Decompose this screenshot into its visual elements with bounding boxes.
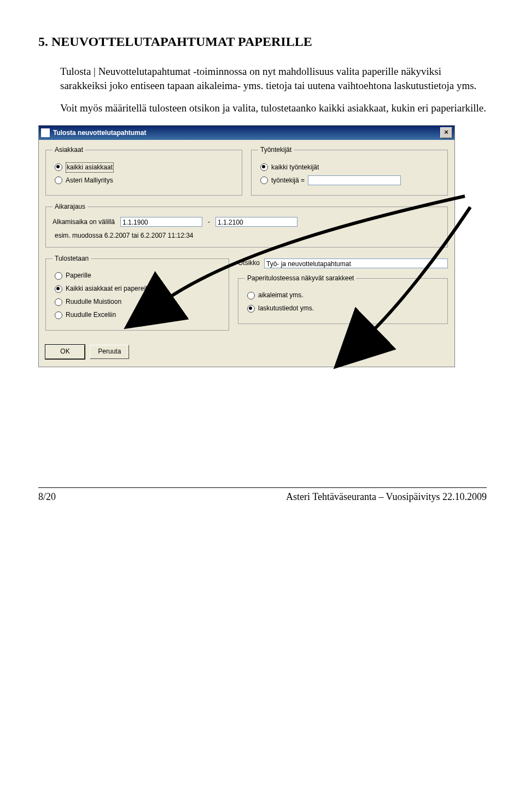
title-bar[interactable]: Tulosta neuvottelutapahtumat × [39, 126, 454, 140]
group-tulostetaan: Tulostetaan Paperille Kaikki asiakkaat e… [45, 254, 229, 331]
legend-tyontekijat: Työntekijät [258, 145, 294, 155]
group-tyontekijat: Työntekijät kaikki työntekijät työntekij… [251, 145, 448, 196]
group-sarakkeet: Paperitulosteessa näkyvät sarakkeet aika… [238, 274, 448, 324]
legend-aika: Aikarajaus [52, 202, 88, 211]
radio-icon [260, 176, 268, 184]
radio-label: Asteri Malliyritys [66, 176, 113, 185]
dialog-title: Tulosta neuvottelutapahtumat [53, 128, 146, 138]
radio-icon [55, 163, 62, 171]
radio-label: työntekijä = [271, 176, 305, 185]
cancel-button[interactable]: Peruuta [90, 345, 129, 359]
legend-tulostetaan: Tulostetaan [52, 254, 91, 263]
radio-one-customer[interactable]: Asteri Malliyritys [55, 175, 235, 185]
radio-icon [247, 305, 255, 313]
radio-icon [247, 292, 255, 299]
page-number: 8/20 [38, 490, 56, 504]
radio-label: Ruudulle Muistioon [66, 297, 121, 307]
legend-asiakkaat: Asiakkaat [52, 145, 85, 155]
otsikko-label: Otsikko [238, 258, 260, 268]
date-from-input[interactable]: 1.1.1900 [120, 217, 202, 227]
radio-excel[interactable]: Ruudulle Exceliin [55, 310, 222, 320]
radio-label: Ruudulle Exceliin [66, 310, 116, 320]
radio-label: kaikki työntekijät [271, 163, 319, 172]
footer-title: Asteri Tehtäväseuranta – Vuosipäivitys 2… [286, 490, 487, 504]
radio-icon [55, 298, 62, 306]
radio-label: Kaikki asiakkaat eri papereille [66, 284, 152, 293]
dash: - [208, 217, 210, 227]
date-to-input[interactable]: 1.1.2100 [215, 217, 298, 227]
ok-button[interactable]: OK [45, 345, 85, 359]
radio-label: aikaleimat yms. [258, 291, 304, 300]
app-icon [41, 128, 50, 137]
aika-label: Alkamisaika on välillä [52, 217, 115, 227]
radio-all-employees[interactable]: kaikki työntekijät [260, 162, 441, 172]
radio-label: Paperille [66, 271, 91, 280]
radio-label: laskutustiedot yms. [258, 304, 314, 313]
page-footer: 8/20 Asteri Tehtäväseuranta – Vuosipäivi… [38, 487, 487, 504]
radio-muistio[interactable]: Ruudulle Muistioon [55, 297, 222, 307]
otsikko-input[interactable]: Työ- ja neuvottelutapahtumat [264, 258, 448, 268]
radio-icon [55, 285, 62, 293]
radio-label: kaikki asiakkaat [66, 162, 114, 173]
close-icon[interactable]: × [440, 127, 452, 138]
radio-laskutustiedot[interactable]: laskutustiedot yms. [247, 304, 441, 314]
radio-icon [55, 176, 62, 184]
aika-hint: esim. muodossa 6.2.2007 tai 6.2.2007 11:… [55, 231, 441, 240]
radio-icon [55, 311, 62, 319]
group-asiakkaat: Asiakkaat kaikki asiakkaat Asteri Malliy… [45, 145, 242, 196]
group-aikarajaus: Aikarajaus Alkamisaika on välillä 1.1.19… [45, 202, 448, 248]
paragraph-2: Voit myös määritellä tulosteen otsikon j… [60, 101, 487, 116]
radio-one-employee[interactable]: työntekijä = [260, 175, 441, 185]
section-heading: 5. NEUVOTTELUTAPAHTUMAT PAPERILLE [38, 33, 487, 51]
radio-icon [55, 272, 62, 280]
radio-all-separate[interactable]: Kaikki asiakkaat eri papereille [55, 284, 222, 294]
legend-sarakkeet: Paperitulosteessa näkyvät sarakkeet [245, 274, 356, 283]
radio-all-customers[interactable]: kaikki asiakkaat [55, 162, 235, 172]
print-dialog: Tulosta neuvottelutapahtumat × Asiakkaat… [38, 125, 455, 367]
radio-icon [260, 163, 268, 171]
employee-input[interactable] [308, 175, 401, 185]
radio-paperille[interactable]: Paperille [55, 271, 222, 281]
paragraph-1: Tulosta | Neuvottelutapahtumat -toiminno… [60, 64, 487, 93]
radio-aikaleimat[interactable]: aikaleimat yms. [247, 291, 441, 301]
